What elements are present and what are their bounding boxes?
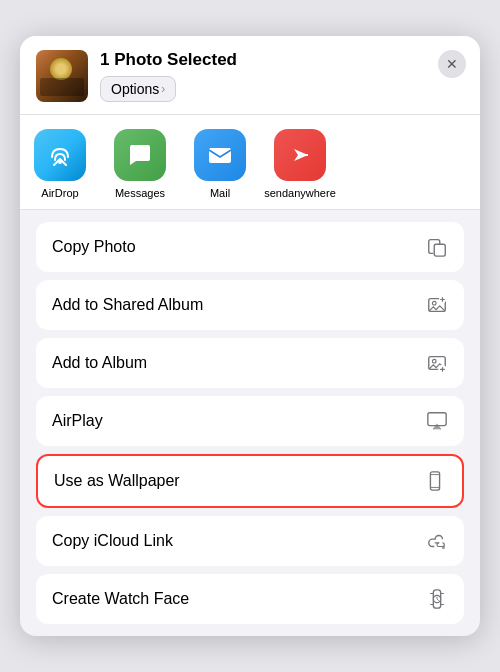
- share-item-messages[interactable]: Messages: [100, 129, 180, 199]
- copy-photo-icon: [426, 236, 448, 258]
- close-icon: ✕: [446, 56, 458, 72]
- close-button[interactable]: ✕: [438, 50, 466, 78]
- airdrop-label: AirDrop: [41, 187, 78, 199]
- action-create-watch-face[interactable]: Create Watch Face: [36, 574, 464, 624]
- sendanywhere-label: sendanywhere: [264, 187, 336, 199]
- svg-rect-2: [434, 244, 445, 256]
- share-item-airdrop[interactable]: AirDrop: [20, 129, 100, 199]
- add-album-icon: [426, 352, 448, 374]
- options-label: Options: [111, 81, 159, 97]
- watch-face-icon: [426, 588, 448, 610]
- messages-icon: [114, 129, 166, 181]
- svg-point-7: [432, 359, 436, 363]
- svg-point-0: [58, 160, 62, 164]
- mail-icon: [194, 129, 246, 181]
- create-watch-face-label: Create Watch Face: [52, 590, 189, 608]
- share-item-mail[interactable]: Mail: [180, 129, 260, 199]
- actions-list: Copy Photo Add to Shared Album Add to Al…: [20, 210, 480, 636]
- share-item-sendanywhere[interactable]: sendanywhere: [260, 129, 340, 199]
- options-button[interactable]: Options ›: [100, 76, 176, 102]
- add-album-label: Add to Album: [52, 354, 147, 372]
- airplay-label: AirPlay: [52, 412, 103, 430]
- action-use-as-wallpaper[interactable]: Use as Wallpaper: [36, 454, 464, 508]
- action-copy-icloud-link[interactable]: Copy iCloud Link: [36, 516, 464, 566]
- airplay-icon: [426, 410, 448, 432]
- wallpaper-icon: [424, 470, 446, 492]
- svg-point-13: [443, 547, 445, 549]
- add-shared-album-icon: [426, 294, 448, 316]
- svg-rect-1: [209, 148, 231, 163]
- sheet-header: 1 Photo Selected Options › ✕: [20, 36, 480, 115]
- messages-label: Messages: [115, 187, 165, 199]
- action-airplay[interactable]: AirPlay: [36, 396, 464, 446]
- copy-photo-label: Copy Photo: [52, 238, 136, 256]
- action-add-shared-album[interactable]: Add to Shared Album: [36, 280, 464, 330]
- header-title: 1 Photo Selected: [100, 50, 237, 70]
- copy-icloud-link-label: Copy iCloud Link: [52, 532, 173, 550]
- share-sheet: 1 Photo Selected Options › ✕ AirDrop: [20, 36, 480, 636]
- icloud-link-icon: [426, 530, 448, 552]
- action-add-album[interactable]: Add to Album: [36, 338, 464, 388]
- header-text: 1 Photo Selected Options ›: [100, 50, 237, 102]
- share-row: AirDrop Messages Mail: [20, 115, 480, 210]
- action-copy-photo[interactable]: Copy Photo: [36, 222, 464, 272]
- mail-label: Mail: [210, 187, 230, 199]
- chevron-right-icon: ›: [161, 82, 165, 96]
- use-as-wallpaper-label: Use as Wallpaper: [54, 472, 180, 490]
- sendanywhere-icon: [274, 129, 326, 181]
- photo-thumbnail: [36, 50, 88, 102]
- svg-point-4: [432, 301, 436, 305]
- add-shared-album-label: Add to Shared Album: [52, 296, 203, 314]
- airdrop-icon: [34, 129, 86, 181]
